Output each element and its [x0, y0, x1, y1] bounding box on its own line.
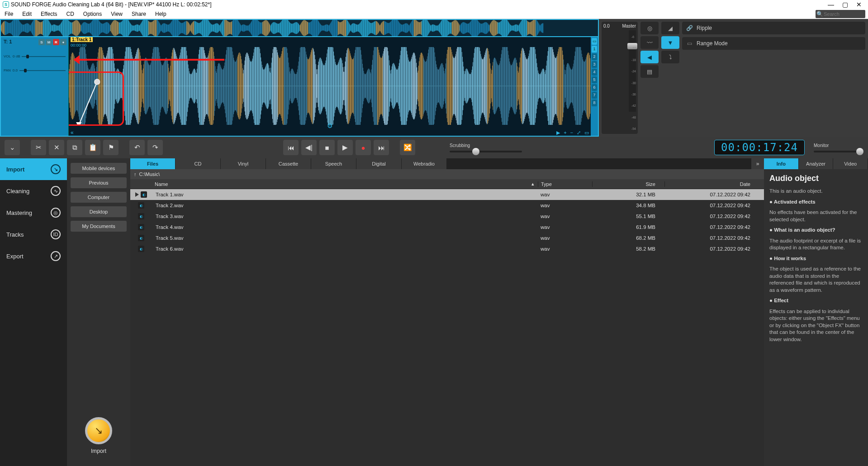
- path-text[interactable]: C:\Music\: [139, 171, 160, 177]
- tab-digital[interactable]: Digital: [356, 158, 402, 169]
- col-name[interactable]: Name▴: [152, 181, 538, 187]
- file-row[interactable]: ◐Track 2.wavwav34.8 MB07.12.2022 09:42: [130, 200, 764, 211]
- menu-effects[interactable]: Effects: [36, 9, 62, 19]
- wave-icon[interactable]: 〰: [640, 36, 659, 49]
- play-icon[interactable]: ▶: [337, 140, 353, 155]
- menu-help[interactable]: Help: [151, 9, 171, 19]
- nav-cleaning[interactable]: Cleaning∿: [0, 180, 67, 202]
- marker-4[interactable]: 4: [592, 69, 597, 76]
- marker-1[interactable]: 1: [592, 46, 597, 52]
- location-computer[interactable]: Computer: [71, 192, 127, 203]
- import-big-button[interactable]: ↘ Import: [85, 417, 112, 454]
- file-row[interactable]: ◐Track 3.wavwav55.1 MB07.12.2022 09:42: [130, 211, 764, 222]
- info-tab-info[interactable]: Info: [764, 158, 799, 169]
- ripple-toggle[interactable]: 🔗Ripple: [682, 22, 865, 34]
- copy-icon[interactable]: ⧉: [67, 140, 82, 155]
- arrow-down-icon[interactable]: ▼: [661, 36, 679, 49]
- marker-7[interactable]: 7: [592, 92, 597, 99]
- nav-export[interactable]: Export↗: [0, 245, 67, 267]
- waveform-display[interactable]: [69, 47, 591, 125]
- nav-import[interactable]: Import↘: [0, 158, 67, 180]
- menu-view[interactable]: View: [106, 9, 127, 19]
- arrow-left-icon[interactable]: ◀: [640, 51, 659, 63]
- location-mobile[interactable]: Mobile devices: [71, 163, 127, 174]
- col-date[interactable]: Date: [664, 181, 764, 187]
- zoom-in-icon[interactable]: +: [564, 130, 566, 136]
- menu-file[interactable]: File: [0, 9, 18, 19]
- path-up-icon[interactable]: ↑: [134, 171, 137, 177]
- skip-end-icon[interactable]: ⏭: [374, 140, 389, 155]
- marker-3[interactable]: 3: [592, 61, 597, 68]
- menu-share[interactable]: Share: [127, 9, 151, 19]
- track-mute-button[interactable]: M: [46, 39, 52, 45]
- redo-icon[interactable]: ↷: [147, 140, 163, 155]
- track-more-button[interactable]: ●: [60, 39, 66, 45]
- loop-icon[interactable]: ◎: [640, 22, 659, 34]
- object-fx-icon[interactable]: ⚙: [327, 122, 333, 129]
- shuffle-icon[interactable]: 🔀: [400, 140, 415, 155]
- zoom-out-icon[interactable]: −: [570, 130, 573, 136]
- range-mode-toggle[interactable]: ▭Range Mode: [682, 37, 865, 50]
- undo-icon[interactable]: ↶: [129, 140, 145, 155]
- nav-mastering[interactable]: Mastering◎: [0, 202, 67, 223]
- marker-2[interactable]: 2: [592, 53, 597, 60]
- delete-icon[interactable]: ✕: [49, 140, 64, 155]
- track-record-arm-button[interactable]: R: [53, 39, 59, 45]
- volume-slider[interactable]: [22, 56, 66, 57]
- window-close-icon[interactable]: ✕: [856, 1, 862, 8]
- col-size[interactable]: Size: [592, 181, 664, 187]
- tab-webradio[interactable]: Webradio: [402, 158, 447, 169]
- overview-waveform[interactable]: [0, 19, 599, 37]
- info-tab-analyzer[interactable]: Analyzer: [799, 158, 834, 169]
- tab-cassette[interactable]: Cassette: [266, 158, 311, 169]
- slope-icon[interactable]: ◢: [661, 22, 679, 34]
- pan-slider[interactable]: [19, 70, 66, 71]
- zoom-select-icon[interactable]: ▭: [584, 130, 589, 136]
- file-row[interactable]: ◐Track 1.wavwav32.1 MB07.12.2022 09:42: [130, 189, 764, 200]
- play-preview-icon[interactable]: [135, 192, 139, 197]
- menu-edit[interactable]: Edit: [18, 9, 36, 19]
- file-row[interactable]: ◐Track 4.wavwav61.9 MB07.12.2022 09:42: [130, 222, 764, 233]
- prev-marker-icon[interactable]: ◀|: [301, 140, 317, 155]
- track-content[interactable]: 1:Track 1 00:00:00 ⚙ ▶ + − ⤢ ▭: [69, 37, 591, 136]
- file-row[interactable]: ◐Track 6.wavwav58.2 MB07.12.2022 09:42: [130, 243, 764, 254]
- tab-vinyl[interactable]: Vinyl: [221, 158, 266, 169]
- track-solo-button[interactable]: S: [38, 39, 45, 45]
- tab-files[interactable]: Files: [130, 158, 175, 169]
- tab-overflow-icon[interactable]: »: [751, 158, 764, 169]
- bars-icon[interactable]: ▤: [640, 65, 659, 78]
- marker-5[interactable]: 5: [592, 76, 597, 83]
- search-input[interactable]: [824, 11, 860, 17]
- zoom-fit-icon[interactable]: ⤢: [577, 130, 581, 136]
- search-box[interactable]: 🔍: [816, 10, 865, 18]
- curve-icon[interactable]: ⤵: [661, 51, 679, 63]
- menu-cd[interactable]: CD: [62, 9, 79, 19]
- flag-icon[interactable]: ⚑: [103, 140, 119, 155]
- info-tab-video[interactable]: Video: [833, 158, 868, 169]
- play-section-icon[interactable]: ▶: [556, 130, 560, 136]
- file-row[interactable]: ◐Track 5.wavwav68.2 MB07.12.2022 09:42: [130, 233, 764, 243]
- col-type[interactable]: Type: [538, 181, 592, 187]
- window-minimize-icon[interactable]: —: [828, 1, 834, 8]
- nav-tracks[interactable]: TracksID: [0, 223, 67, 245]
- marker-8[interactable]: 8: [592, 100, 597, 106]
- scrub-slider[interactable]: [450, 151, 522, 152]
- location-desktop[interactable]: Desktop: [71, 206, 127, 217]
- skip-start-icon[interactable]: ⏮: [283, 140, 299, 155]
- marker-6[interactable]: 6: [592, 84, 597, 91]
- expand-down-icon[interactable]: ⌄: [5, 140, 20, 155]
- tab-speech[interactable]: Speech: [311, 158, 356, 169]
- stop-icon[interactable]: ■: [319, 140, 335, 155]
- timecode-display[interactable]: 00:00:17:24: [714, 140, 805, 155]
- cut-icon[interactable]: ✂: [31, 140, 46, 155]
- window-maximize-icon[interactable]: ▢: [842, 1, 848, 8]
- record-icon[interactable]: ●: [356, 140, 371, 155]
- location-documents[interactable]: My Documents: [71, 221, 127, 232]
- monitor-slider[interactable]: [814, 151, 863, 152]
- marker-icon[interactable]: ▭: [592, 38, 597, 45]
- paste-icon[interactable]: 📋: [85, 140, 100, 155]
- track-collapse-icon[interactable]: «: [71, 129, 74, 136]
- tab-cd[interactable]: CD: [175, 158, 221, 169]
- clip-label[interactable]: 1:Track 1: [71, 37, 93, 42]
- location-previous[interactable]: Previous: [71, 177, 127, 188]
